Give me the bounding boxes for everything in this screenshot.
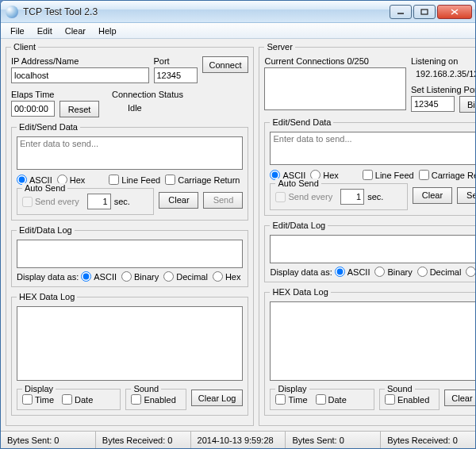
app-window: TCP Test Tool 2.3 File Edit Clear Help C… <box>0 0 476 449</box>
client-sendevery-input[interactable] <box>87 194 111 209</box>
menubar: File Edit Clear Help <box>1 23 475 39</box>
status-bytes-recv-client: Bytes Received: 0 <box>96 432 191 448</box>
server-edit-send-group: Edit/Send Data ASCII Hex Line Feed Carri… <box>264 117 475 216</box>
server-datalog-group: Edit/Data Log Display data as: ASCII Bin… <box>264 221 475 282</box>
maximize-button[interactable] <box>413 5 436 19</box>
client-datalog-group: Edit/Data Log Display data as: ASCII Bin… <box>11 225 248 287</box>
server-sendevery-check <box>275 192 286 202</box>
server-hexlog-listbox[interactable] <box>270 301 475 381</box>
svg-rect-1 <box>421 10 428 14</box>
client-send-textarea[interactable] <box>17 136 243 170</box>
bind-button[interactable]: Bind <box>459 96 475 113</box>
client-sound-enabled-check[interactable] <box>131 394 141 405</box>
elapsed-label: Elaps Time <box>11 90 99 99</box>
server-hexlog-legend: HEX Data Log <box>270 287 330 297</box>
server-legend: Server <box>264 42 294 52</box>
conn-status-value: Idle <box>112 101 248 113</box>
client-display-legend: Display <box>22 384 56 393</box>
server-clearlog-button[interactable]: Clear Log <box>444 390 475 406</box>
listening-on-value: 192.168.2.35/12345 <box>411 67 475 83</box>
close-button[interactable] <box>437 5 472 19</box>
client-hexlog-listbox[interactable] <box>17 306 243 381</box>
connect-button[interactable]: Connect <box>202 56 249 73</box>
server-datalog-listbox[interactable] <box>270 235 475 263</box>
status-bytes-sent-server: Bytes Sent: 0 <box>286 432 381 448</box>
cc-label: Current Connections 0/250 <box>264 56 405 66</box>
client-time-check[interactable] <box>22 394 33 405</box>
client-legend: Client <box>11 42 38 52</box>
status-timestamp: 2014-10-13 9:59:28 <box>191 432 286 448</box>
client-datalog-listbox[interactable] <box>17 240 243 268</box>
client-disp-decimal-radio[interactable] <box>163 271 174 282</box>
reset-button[interactable]: Reset <box>60 101 99 117</box>
titlebar[interactable]: TCP Test Tool 2.3 <box>1 1 475 23</box>
server-edit-send-legend: Edit/Send Data <box>270 117 333 127</box>
server-disp-decimal-radio[interactable] <box>417 267 428 277</box>
server-display-legend: Display <box>275 384 309 393</box>
client-datalog-legend: Edit/Data Log <box>17 225 75 235</box>
server-group: Server Current Connections 0/250 Listeni… <box>259 42 475 426</box>
client-date-check[interactable] <box>62 394 72 405</box>
status-bytes-sent-client: Bytes Sent: 0 <box>1 432 96 448</box>
status-bytes-recv-server: Bytes Received: 0 <box>381 432 475 448</box>
server-hexlog-group: HEX Data Log Display Time Date Sound Ena… <box>264 287 475 416</box>
client-disp-hex-radio[interactable] <box>213 271 223 282</box>
elapsed-input[interactable] <box>11 101 55 117</box>
client-disp-binary-radio[interactable] <box>121 271 132 282</box>
statusbar: Bytes Sent: 0 Bytes Received: 0 2014-10-… <box>1 431 475 448</box>
server-sendevery-input[interactable] <box>340 189 364 205</box>
server-disp-binary-radio[interactable] <box>374 267 385 277</box>
server-port-input[interactable] <box>411 96 455 112</box>
client-disp-ascii-radio[interactable] <box>81 271 91 282</box>
server-linefeed-check[interactable] <box>363 170 373 180</box>
menu-edit[interactable]: Edit <box>31 25 59 37</box>
set-port-label: Set Listening Port <box>411 85 475 94</box>
client-hexlog-group: HEX Data Log Display Time Date Sound Ena… <box>11 292 248 416</box>
client-group: Client IP Address/Name Port Connect Elap… <box>6 42 254 426</box>
server-cr-check[interactable] <box>419 170 429 180</box>
client-displayas-label: Display data as: <box>17 272 79 282</box>
client-hexlog-legend: HEX Data Log <box>17 292 77 301</box>
client-cr-check[interactable] <box>165 175 175 185</box>
client-send-button[interactable]: Send <box>203 192 243 209</box>
menu-file[interactable]: File <box>4 25 31 37</box>
app-icon <box>6 6 18 18</box>
connections-listbox[interactable] <box>264 67 405 110</box>
client-autosend-legend: Auto Send <box>22 183 67 193</box>
server-sec-label: sec. <box>367 192 383 201</box>
server-send-textarea[interactable] <box>270 132 475 165</box>
client-sec-label: sec. <box>114 197 130 206</box>
menu-clear[interactable]: Clear <box>59 25 92 37</box>
server-sound-legend: Sound <box>385 384 415 393</box>
server-send-button[interactable]: Send <box>457 187 475 204</box>
client-port-label: Port <box>154 56 198 66</box>
client-port-input[interactable] <box>154 67 198 83</box>
server-disp-ascii-radio[interactable] <box>335 267 345 277</box>
client-clear-button[interactable]: Clear <box>159 192 198 209</box>
client-clearlog-button[interactable]: Clear Log <box>191 390 244 406</box>
server-time-check[interactable] <box>275 394 286 405</box>
server-date-check[interactable] <box>316 394 326 405</box>
minimize-button[interactable] <box>390 5 412 19</box>
listening-on-label: Listening on <box>411 56 475 66</box>
server-disp-hex-radio[interactable] <box>466 267 475 277</box>
menu-help[interactable]: Help <box>92 25 123 37</box>
client-linefeed-check[interactable] <box>109 175 119 185</box>
client-sendevery-check <box>22 197 33 207</box>
server-clear-button[interactable]: Clear <box>413 187 452 204</box>
ip-input[interactable] <box>11 67 149 83</box>
window-title: TCP Test Tool 2.3 <box>23 6 390 17</box>
conn-status-label: Connection Status <box>112 90 248 99</box>
server-autosend-legend: Auto Send <box>275 178 321 188</box>
client-sound-legend: Sound <box>131 384 161 393</box>
client-edit-send-group: Edit/Send Data ASCII Hex Line Feed Carri… <box>11 122 248 221</box>
ip-label: IP Address/Name <box>11 56 149 66</box>
server-displayas-label: Display data as: <box>270 267 332 277</box>
server-sound-enabled-check[interactable] <box>385 394 395 405</box>
server-datalog-legend: Edit/Data Log <box>270 221 328 230</box>
client-edit-send-legend: Edit/Send Data <box>17 122 80 132</box>
